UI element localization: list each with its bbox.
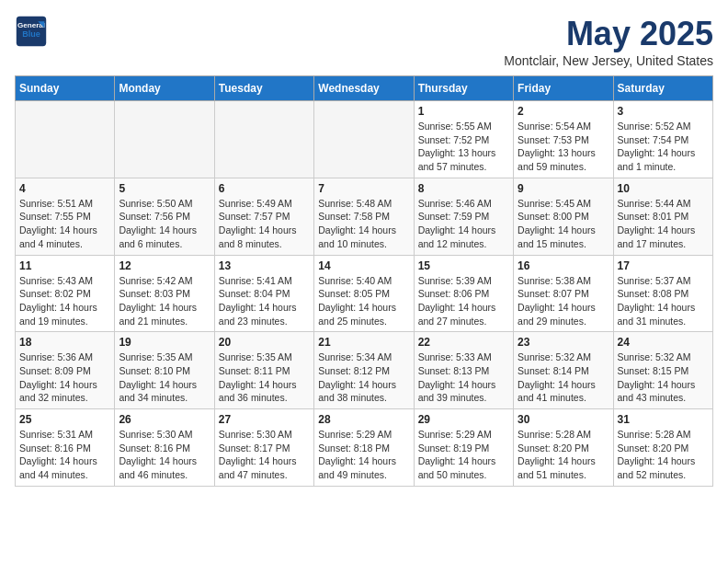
day-number: 7 — [318, 182, 409, 195]
day-number: 11 — [19, 259, 110, 272]
calendar-header-row: SundayMondayTuesdayWednesdayThursdayFrid… — [16, 76, 713, 101]
day-info: Sunrise: 5:28 AMSunset: 8:20 PMDaylight:… — [618, 428, 709, 482]
day-number: 9 — [518, 182, 609, 195]
day-number: 23 — [518, 336, 609, 349]
day-info: Sunrise: 5:41 AMSunset: 8:04 PMDaylight:… — [219, 274, 310, 328]
day-info: Sunrise: 5:51 AMSunset: 7:55 PMDaylight:… — [19, 197, 110, 251]
calendar-cell: 16Sunrise: 5:38 AMSunset: 8:07 PMDayligh… — [514, 255, 613, 332]
day-info: Sunrise: 5:46 AMSunset: 7:59 PMDaylight:… — [418, 197, 509, 251]
day-info: Sunrise: 5:38 AMSunset: 8:07 PMDaylight:… — [518, 274, 609, 328]
day-number: 22 — [418, 336, 509, 349]
day-info: Sunrise: 5:39 AMSunset: 8:06 PMDaylight:… — [418, 274, 509, 328]
day-number: 24 — [618, 336, 709, 349]
day-number: 21 — [318, 336, 409, 349]
day-info: Sunrise: 5:30 AMSunset: 8:17 PMDaylight:… — [219, 428, 310, 482]
calendar-week-row: 1Sunrise: 5:55 AMSunset: 7:52 PMDaylight… — [16, 101, 713, 178]
calendar-cell: 11Sunrise: 5:43 AMSunset: 8:02 PMDayligh… — [16, 255, 115, 332]
day-info: Sunrise: 5:36 AMSunset: 8:09 PMDaylight:… — [19, 350, 110, 405]
calendar-body: 1Sunrise: 5:55 AMSunset: 7:52 PMDaylight… — [16, 101, 713, 487]
day-info: Sunrise: 5:50 AMSunset: 7:56 PMDaylight:… — [119, 197, 210, 251]
day-number: 29 — [418, 413, 509, 426]
day-info: Sunrise: 5:29 AMSunset: 8:19 PMDaylight:… — [418, 428, 509, 482]
calendar-cell: 28Sunrise: 5:29 AMSunset: 8:18 PMDayligh… — [314, 409, 414, 487]
calendar-cell: 26Sunrise: 5:30 AMSunset: 8:16 PMDayligh… — [115, 409, 214, 487]
day-of-week-header: Tuesday — [214, 76, 313, 101]
day-number: 25 — [19, 413, 110, 426]
calendar-cell: 31Sunrise: 5:28 AMSunset: 8:20 PMDayligh… — [613, 409, 712, 487]
day-number: 10 — [618, 182, 709, 195]
calendar-cell — [214, 101, 313, 178]
day-info: Sunrise: 5:42 AMSunset: 8:03 PMDaylight:… — [119, 274, 210, 328]
calendar-cell: 23Sunrise: 5:32 AMSunset: 8:14 PMDayligh… — [514, 332, 613, 409]
day-number: 30 — [518, 413, 609, 426]
day-number: 26 — [119, 413, 210, 426]
day-number: 8 — [418, 182, 509, 195]
calendar-week-row: 11Sunrise: 5:43 AMSunset: 8:02 PMDayligh… — [16, 255, 713, 332]
day-number: 16 — [518, 259, 609, 272]
calendar-cell: 5Sunrise: 5:50 AMSunset: 7:56 PMDaylight… — [115, 178, 214, 255]
day-info: Sunrise: 5:30 AMSunset: 8:16 PMDaylight:… — [119, 428, 210, 482]
calendar-cell: 3Sunrise: 5:52 AMSunset: 7:54 PMDaylight… — [613, 101, 712, 178]
day-number: 14 — [318, 259, 409, 272]
calendar-cell: 17Sunrise: 5:37 AMSunset: 8:08 PMDayligh… — [613, 255, 712, 332]
day-number: 5 — [119, 182, 210, 195]
calendar-cell: 24Sunrise: 5:32 AMSunset: 8:15 PMDayligh… — [613, 332, 712, 409]
calendar-cell: 10Sunrise: 5:44 AMSunset: 8:01 PMDayligh… — [613, 178, 712, 255]
day-info: Sunrise: 5:32 AMSunset: 8:15 PMDaylight:… — [618, 350, 709, 405]
day-of-week-header: Wednesday — [314, 76, 414, 101]
day-info: Sunrise: 5:37 AMSunset: 8:08 PMDaylight:… — [618, 274, 709, 328]
location-subtitle: Montclair, New Jersey, United States — [504, 53, 713, 68]
calendar-week-row: 25Sunrise: 5:31 AMSunset: 8:16 PMDayligh… — [16, 409, 713, 487]
calendar-cell: 19Sunrise: 5:35 AMSunset: 8:10 PMDayligh… — [115, 332, 214, 409]
calendar-cell: 18Sunrise: 5:36 AMSunset: 8:09 PMDayligh… — [16, 332, 115, 409]
logo: General Blue — [15, 15, 48, 48]
calendar-cell: 8Sunrise: 5:46 AMSunset: 7:59 PMDaylight… — [414, 178, 513, 255]
day-of-week-header: Thursday — [414, 76, 513, 101]
day-number: 6 — [219, 182, 310, 195]
calendar-cell: 22Sunrise: 5:33 AMSunset: 8:13 PMDayligh… — [414, 332, 513, 409]
calendar-cell — [314, 101, 414, 178]
day-info: Sunrise: 5:49 AMSunset: 7:57 PMDaylight:… — [219, 197, 310, 251]
calendar-table: SundayMondayTuesdayWednesdayThursdayFrid… — [15, 75, 713, 487]
day-number: 20 — [219, 336, 310, 349]
day-number: 31 — [618, 413, 709, 426]
calendar-cell — [115, 101, 214, 178]
day-number: 4 — [19, 182, 110, 195]
day-number: 19 — [119, 336, 210, 349]
title-area: May 2025 Montclair, New Jersey, United S… — [504, 15, 713, 68]
day-info: Sunrise: 5:44 AMSunset: 8:01 PMDaylight:… — [618, 197, 709, 251]
day-info: Sunrise: 5:32 AMSunset: 8:14 PMDaylight:… — [518, 350, 609, 405]
calendar-cell: 4Sunrise: 5:51 AMSunset: 7:55 PMDaylight… — [16, 178, 115, 255]
calendar-cell — [16, 101, 115, 178]
day-info: Sunrise: 5:35 AMSunset: 8:10 PMDaylight:… — [119, 350, 210, 405]
day-number: 17 — [618, 259, 709, 272]
calendar-cell: 2Sunrise: 5:54 AMSunset: 7:53 PMDaylight… — [514, 101, 613, 178]
day-info: Sunrise: 5:55 AMSunset: 7:52 PMDaylight:… — [418, 120, 509, 174]
day-info: Sunrise: 5:52 AMSunset: 7:54 PMDaylight:… — [618, 120, 709, 174]
day-of-week-header: Monday — [115, 76, 214, 101]
month-year-title: May 2025 — [504, 15, 713, 53]
day-number: 28 — [318, 413, 409, 426]
calendar-week-row: 4Sunrise: 5:51 AMSunset: 7:55 PMDaylight… — [16, 178, 713, 255]
day-info: Sunrise: 5:54 AMSunset: 7:53 PMDaylight:… — [518, 120, 609, 174]
calendar-cell: 6Sunrise: 5:49 AMSunset: 7:57 PMDaylight… — [214, 178, 313, 255]
day-info: Sunrise: 5:34 AMSunset: 8:12 PMDaylight:… — [318, 350, 409, 405]
calendar-cell: 29Sunrise: 5:29 AMSunset: 8:19 PMDayligh… — [414, 409, 513, 487]
day-number: 15 — [418, 259, 509, 272]
day-info: Sunrise: 5:45 AMSunset: 8:00 PMDaylight:… — [518, 197, 609, 251]
day-info: Sunrise: 5:33 AMSunset: 8:13 PMDaylight:… — [418, 350, 509, 405]
calendar-cell: 20Sunrise: 5:35 AMSunset: 8:11 PMDayligh… — [214, 332, 313, 409]
calendar-cell: 9Sunrise: 5:45 AMSunset: 8:00 PMDaylight… — [514, 178, 613, 255]
day-number: 18 — [19, 336, 110, 349]
day-info: Sunrise: 5:43 AMSunset: 8:02 PMDaylight:… — [19, 274, 110, 328]
calendar-cell: 14Sunrise: 5:40 AMSunset: 8:05 PMDayligh… — [314, 255, 414, 332]
day-number: 12 — [119, 259, 210, 272]
day-info: Sunrise: 5:48 AMSunset: 7:58 PMDaylight:… — [318, 197, 409, 251]
day-number: 2 — [518, 105, 609, 118]
day-info: Sunrise: 5:40 AMSunset: 8:05 PMDaylight:… — [318, 274, 409, 328]
day-info: Sunrise: 5:35 AMSunset: 8:11 PMDaylight:… — [219, 350, 310, 405]
day-of-week-header: Saturday — [613, 76, 712, 101]
calendar-cell: 30Sunrise: 5:28 AMSunset: 8:20 PMDayligh… — [514, 409, 613, 487]
calendar-cell: 7Sunrise: 5:48 AMSunset: 7:58 PMDaylight… — [314, 178, 414, 255]
calendar-cell: 12Sunrise: 5:42 AMSunset: 8:03 PMDayligh… — [115, 255, 214, 332]
